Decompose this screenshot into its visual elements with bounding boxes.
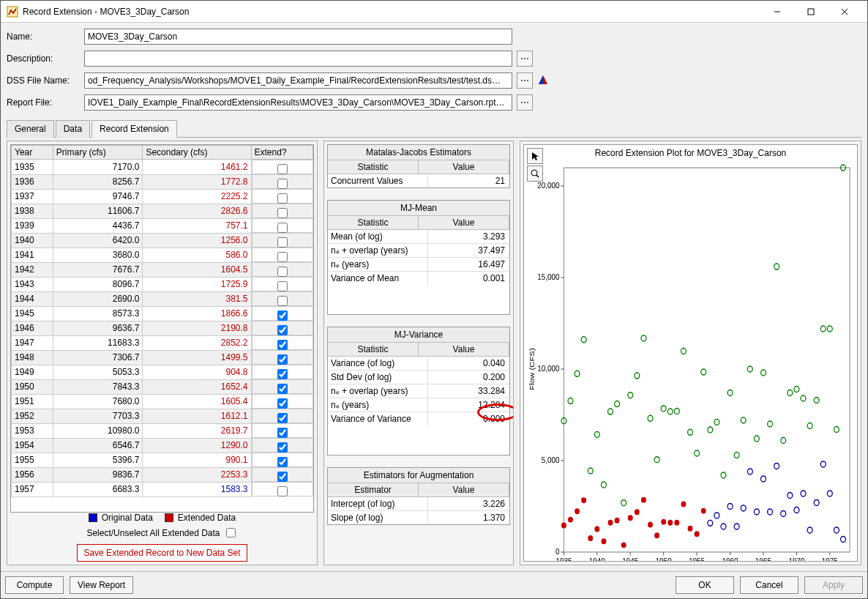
extend-checkbox[interactable] xyxy=(277,457,288,467)
data-grid-wrap[interactable]: Year Primary (cfs) Secondary (cfs) Exten… xyxy=(10,144,314,513)
view-report-button[interactable]: View Report xyxy=(70,576,133,594)
table-row[interactable]: 19576683.31583.3 xyxy=(12,482,313,496)
maximize-button[interactable] xyxy=(794,1,828,23)
stat-row: Slope (of log)1.370 xyxy=(328,511,509,524)
button-bar: Compute View Report OK Cancel Apply xyxy=(1,571,867,598)
svg-point-117 xyxy=(654,532,659,538)
stat-row: nₑ + overlap (years)37.497 xyxy=(328,244,509,258)
table-row[interactable]: 19413680.0586.0 xyxy=(12,248,313,262)
svg-point-48 xyxy=(621,500,626,506)
extend-checkbox[interactable] xyxy=(277,252,288,262)
extend-checkbox[interactable] xyxy=(277,486,288,496)
extend-checkbox[interactable] xyxy=(277,369,288,379)
select-toggle-checkbox[interactable] xyxy=(226,528,236,537)
app-window: Record Extension - MOVE3_3Day_Carson Nam… xyxy=(0,0,868,599)
svg-point-50 xyxy=(635,373,640,379)
cancel-button[interactable]: Cancel xyxy=(740,576,798,594)
svg-point-85 xyxy=(727,503,733,509)
extend-checkbox[interactable] xyxy=(277,296,288,306)
table-row[interactable]: 19495053.3904.8 xyxy=(12,365,313,379)
save-extended-button[interactable]: Save Extended Record to New Data Set xyxy=(77,544,247,562)
table-row[interactable]: 19487306.71499.5 xyxy=(12,350,313,365)
description-input[interactable] xyxy=(84,51,512,67)
svg-text:1955: 1955 xyxy=(689,556,705,562)
table-row[interactable]: 19546546.71290.0 xyxy=(12,438,313,453)
col-secondary[interactable]: Secondary (cfs) xyxy=(143,146,251,160)
extend-checkbox[interactable] xyxy=(277,223,288,233)
description-browse-button[interactable]: ⋯ xyxy=(517,51,533,67)
col-extend[interactable]: Extend? xyxy=(251,146,313,160)
extend-checkbox[interactable] xyxy=(277,281,288,291)
extend-checkbox[interactable] xyxy=(277,413,288,423)
extend-checkbox[interactable] xyxy=(277,208,288,218)
table-row[interactable]: 19368256.71772.8 xyxy=(12,174,313,189)
tab-general[interactable]: General xyxy=(7,120,54,138)
extend-checkbox[interactable] xyxy=(277,325,288,335)
table-row[interactable]: 194711683.32852.2 xyxy=(12,335,313,350)
svg-point-60 xyxy=(701,369,706,375)
col-primary[interactable]: Primary (cfs) xyxy=(53,146,143,160)
svg-point-64 xyxy=(727,390,733,396)
svg-point-106 xyxy=(581,497,586,503)
mj-title: Matalas-Jacobs Estimators xyxy=(328,145,509,160)
pointer-tool[interactable] xyxy=(527,148,543,164)
extend-checkbox[interactable] xyxy=(277,164,288,174)
table-row[interactable]: 19357170.01461.2 xyxy=(12,160,313,175)
name-input[interactable] xyxy=(84,29,512,45)
close-button[interactable] xyxy=(828,1,861,23)
report-browse-button[interactable]: ⋯ xyxy=(517,94,533,111)
scatter-plot[interactable]: 05,00010,00015,00020,0001935194019451950… xyxy=(524,161,857,562)
tab-record-extension[interactable]: Record Extension xyxy=(91,120,177,138)
minimize-button[interactable] xyxy=(760,1,794,23)
table-row[interactable]: 19469636.72190.8 xyxy=(12,321,313,335)
table-row[interactable]: 19427676.71604.5 xyxy=(12,262,313,277)
ok-button[interactable]: OK xyxy=(676,576,734,594)
extend-checkbox[interactable] xyxy=(277,398,288,409)
svg-point-44 xyxy=(594,431,599,437)
table-row[interactable]: 19438096.71725.9 xyxy=(12,277,313,291)
table-row[interactable]: 19507843.31652.4 xyxy=(12,379,313,394)
dss-plot-icon[interactable] xyxy=(537,74,549,88)
extend-checkbox[interactable] xyxy=(277,267,288,277)
compute-button[interactable]: Compute xyxy=(5,576,64,594)
table-row[interactable]: 19458573.31866.6 xyxy=(12,306,313,321)
svg-point-123 xyxy=(695,531,700,537)
table-row[interactable]: 19394436.7757.1 xyxy=(12,218,313,233)
extend-checkbox[interactable] xyxy=(277,354,288,365)
extend-checkbox[interactable] xyxy=(277,442,288,453)
table-row[interactable]: 19442690.0381.5 xyxy=(12,291,313,306)
col-year[interactable]: Year xyxy=(12,146,53,160)
table-row[interactable]: 193811606.72826.6 xyxy=(12,204,313,218)
table-row[interactable]: 19379746.72225.2 xyxy=(12,189,313,204)
extend-checkbox[interactable] xyxy=(277,472,288,482)
chart-panel: Record Extension Plot for MOVE3_3Day_Car… xyxy=(520,141,861,565)
zoom-tool[interactable] xyxy=(527,165,543,182)
extend-checkbox[interactable] xyxy=(277,179,288,189)
table-row[interactable]: 19569836.72253.3 xyxy=(12,467,313,482)
extend-checkbox[interactable] xyxy=(277,237,288,248)
stat-row: Std Dev (of log)0.200 xyxy=(328,371,509,384)
chart-area: Record Extension Plot for MOVE3_3Day_Car… xyxy=(523,144,858,562)
extend-checkbox[interactable] xyxy=(277,340,288,350)
extend-checkbox[interactable] xyxy=(277,428,288,438)
svg-point-114 xyxy=(635,509,640,515)
description-label: Description: xyxy=(7,53,80,64)
data-panel: Year Primary (cfs) Secondary (cfs) Exten… xyxy=(7,141,318,565)
data-grid[interactable]: Year Primary (cfs) Secondary (cfs) Exten… xyxy=(11,145,313,497)
legend-original: Original Data xyxy=(102,513,153,523)
tab-data[interactable]: Data xyxy=(56,120,90,138)
extend-checkbox[interactable] xyxy=(277,193,288,204)
table-row[interactable]: 195310980.02619.7 xyxy=(12,423,313,438)
svg-point-119 xyxy=(667,520,673,526)
dss-browse-button[interactable]: ⋯ xyxy=(517,72,533,89)
extend-checkbox[interactable] xyxy=(277,310,288,321)
table-row[interactable]: 19517680.01605.4 xyxy=(12,394,313,409)
table-row[interactable]: 19527703.31612.1 xyxy=(12,409,313,423)
dss-input[interactable] xyxy=(84,72,512,89)
table-row[interactable]: 19555396.7990.1 xyxy=(12,453,313,467)
report-input[interactable] xyxy=(84,94,512,111)
table-row[interactable]: 19406420.01256.0 xyxy=(12,233,313,248)
svg-point-68 xyxy=(754,436,759,442)
extend-checkbox[interactable] xyxy=(277,384,288,394)
apply-button[interactable]: Apply xyxy=(804,576,863,594)
